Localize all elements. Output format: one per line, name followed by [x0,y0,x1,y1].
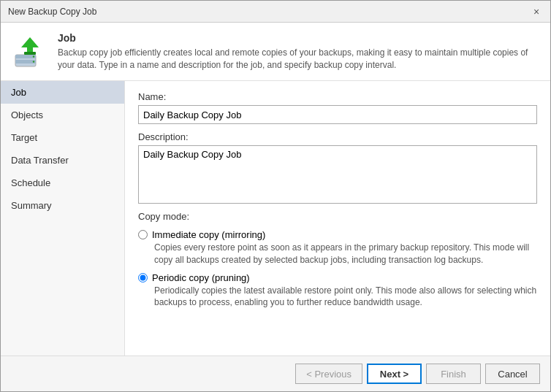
copy-mode-label: Copy mode: [138,211,537,222]
title-bar: New Backup Copy Job × [1,1,550,23]
content-area: Job Objects Target Data Transfer Schedul… [1,81,550,356]
immediate-copy-description: Copies every restore point as soon as it… [154,242,537,266]
svg-rect-2 [15,60,36,64]
dialog-window: New Backup Copy Job × Job Backup copy jo… [0,0,551,392]
dialog-footer: < Previous Next > Finish Cancel [1,356,550,391]
svg-rect-6 [24,52,36,55]
job-icon [12,34,48,69]
svg-point-3 [33,55,34,57]
header-title: Job [58,32,539,44]
immediate-copy-label[interactable]: Immediate copy (mirroring) [152,229,265,240]
next-button[interactable]: Next > [367,364,422,384]
name-input[interactable] [138,105,537,124]
sidebar-item-job[interactable]: Job [1,81,124,104]
finish-button[interactable]: Finish [426,364,481,384]
previous-button[interactable]: < Previous [295,364,362,384]
sidebar-item-target[interactable]: Target [1,126,124,149]
main-form: Name: Description: Daily Backup Copy Job… [125,81,550,356]
periodic-copy-radio[interactable] [138,273,148,283]
periodic-copy-description: Periodically copies the latest available… [154,285,537,310]
description-field-group: Description: Daily Backup Copy Job [138,131,537,204]
sidebar-item-data-transfer[interactable]: Data Transfer [1,149,124,172]
immediate-copy-option: Immediate copy (mirroring) Copies every … [138,229,537,266]
name-field-group: Name: [138,91,537,124]
description-label: Description: [138,131,537,142]
svg-marker-5 [21,37,39,53]
svg-rect-1 [15,55,36,58]
immediate-copy-row: Immediate copy (mirroring) [138,229,537,240]
sidebar: Job Objects Target Data Transfer Schedul… [1,81,125,356]
sidebar-item-objects[interactable]: Objects [1,104,124,126]
name-label: Name: [138,91,537,102]
dialog-title: New Backup Copy Job [8,7,96,17]
copy-mode-section: Copy mode: Immediate copy (mirroring) Co… [138,211,537,309]
immediate-copy-radio[interactable] [138,230,148,239]
periodic-copy-row: Periodic copy (pruning) [138,272,537,283]
header-description: Backup copy job efficiently creates loca… [58,47,539,72]
periodic-copy-option: Periodic copy (pruning) Periodically cop… [138,272,537,310]
svg-point-4 [33,61,34,62]
periodic-copy-label[interactable]: Periodic copy (pruning) [152,272,250,283]
close-button[interactable]: × [530,5,543,18]
header-text-block: Job Backup copy job efficiently creates … [58,32,539,72]
sidebar-item-schedule[interactable]: Schedule [1,172,124,194]
cancel-button[interactable]: Cancel [485,364,540,384]
sidebar-item-summary[interactable]: Summary [1,194,124,217]
description-textarea[interactable]: Daily Backup Copy Job [138,145,537,204]
dialog-header: Job Backup copy job efficiently creates … [1,23,550,81]
